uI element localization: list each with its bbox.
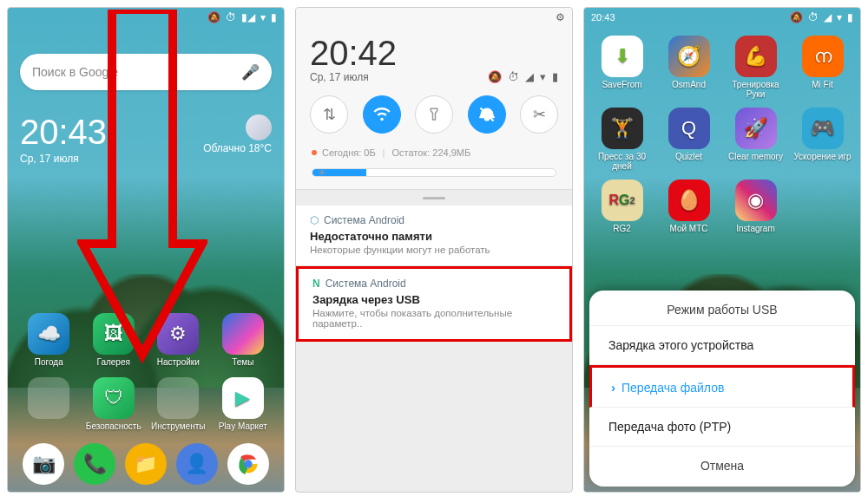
bell-off-icon: 🔕 (207, 11, 220, 23)
toggle-sound[interactable] (468, 95, 506, 134)
qs-toggles: ⇅ ✂ (296, 87, 572, 142)
app-folder[interactable] (20, 377, 78, 431)
battery-icon: ▮ (847, 11, 853, 23)
toggle-data[interactable]: ⇅ (310, 95, 348, 134)
usb-option-charge[interactable]: Зарядка этого устройства (589, 326, 855, 365)
app-rg2[interactable]: RG2RG2 (591, 180, 653, 241)
search-input[interactable]: Поиск в Google 🎤 (20, 54, 272, 90)
wifi-icon: ▾ (837, 11, 842, 23)
app-abs30[interactable]: 🏋Пресс за 30 дней (591, 108, 653, 171)
app-osmand[interactable]: 🧭OsmAnd (658, 36, 720, 99)
battery-icon: ▮ (271, 11, 277, 23)
app-grid: ⬇SaveFrom 🧭OsmAnd 💪Тренировка Руки നMi F… (584, 27, 860, 241)
status-bar: ⚙ (296, 8, 572, 27)
app-grid: ☁️Погода 🖼Галерея ⚙Настройки Темы 🛡Безоп… (20, 313, 272, 431)
clock-time: 20:43 (20, 114, 107, 149)
clock-icon: ⏱ (508, 70, 519, 83)
app-play-store[interactable]: ▶Play Маркет (214, 377, 273, 431)
clock-icon: ⏱ (226, 11, 236, 23)
app-settings[interactable]: ⚙Настройки (149, 313, 207, 367)
sheet-title: Режим работы USB (589, 303, 855, 326)
bell-off-icon: 🔕 (488, 70, 502, 83)
screen-usb-dialog: 20:43 🔕 ⏱ ◢ ▾ ▮ ⬇SaveFrom 🧭OsmAnd 💪Трени… (583, 7, 861, 493)
signal-icon: ▮◢ (241, 11, 255, 23)
app-mifit[interactable]: നMi Fit (792, 36, 853, 99)
qs-time: 20:42 (310, 36, 558, 70)
cloud-icon (246, 114, 272, 140)
toggle-wifi[interactable] (363, 95, 401, 134)
notification-usb[interactable]: NСистема Android Зарядка через USB Нажми… (296, 266, 572, 342)
usb-option-ptp[interactable]: Передача фото (PTP) (589, 408, 855, 447)
dock: 📷 📞 📁 👤 (18, 443, 273, 485)
app-security[interactable]: 🛡Безопасность (85, 377, 143, 431)
app-gallery[interactable]: 🖼Галерея (85, 313, 143, 367)
gear-icon[interactable]: ⚙ (556, 11, 565, 23)
dock-camera[interactable]: 📷 (23, 443, 64, 485)
app-clear-memory[interactable]: 🚀Clear memory (725, 108, 786, 171)
dock-explorer[interactable]: 📁 (125, 443, 167, 485)
qs-date: Ср, 17 июля (310, 71, 369, 83)
drag-handle[interactable] (296, 190, 572, 206)
screen-home: 🔕 ⏱ ▮◢ ▾ ▮ Поиск в Google 🎤 20:43 Ср, 17… (7, 7, 285, 493)
app-themes[interactable]: Темы (214, 313, 273, 367)
dock-contacts[interactable]: 👤 (176, 443, 218, 485)
dock-phone[interactable]: 📞 (74, 443, 115, 485)
usb-option-file-transfer[interactable]: Передача файлов (589, 365, 855, 408)
android-n-icon: N (312, 278, 320, 290)
app-my-mts[interactable]: 🥚Мой МТС (658, 180, 720, 241)
app-weather[interactable]: ☁️Погода (20, 313, 78, 367)
app-folder-tools[interactable]: Инструменты (149, 377, 207, 431)
qs-storage[interactable]: Сегодня: 0Б | Остаток: 224,9МБ (296, 142, 572, 168)
status-bar: 20:43 🔕 ⏱ ◢ ▾ ▮ (584, 8, 860, 27)
wifi-icon: ▾ (540, 70, 546, 83)
search-placeholder: Поиск в Google (32, 65, 118, 79)
weather-widget[interactable]: Облачно 18°С (203, 114, 272, 154)
android-icon: ⬡ (310, 214, 319, 226)
clock-widget[interactable]: 20:43 Ср, 17 июля Облачно 18°С (20, 114, 272, 165)
clock-date: Ср, 17 июля (20, 153, 107, 165)
clock-icon: ⏱ (808, 11, 819, 23)
signal-icon: ◢ (824, 11, 832, 23)
notification-memory[interactable]: ⬡Система Android Недостаточно памяти Нек… (296, 206, 572, 266)
screen-quicksettings: ⚙ 20:42 Ср, 17 июля 🔕 ⏱ ◢ ▾ ▮ ⇅ ✂ (295, 7, 573, 493)
app-instagram[interactable]: ◉Instagram (725, 180, 786, 241)
app-quizlet[interactable]: QQuizlet (658, 108, 720, 171)
signal-icon: ◢ (525, 70, 534, 83)
app-arm-workout[interactable]: 💪Тренировка Руки (725, 36, 786, 99)
wifi-icon: ▾ (260, 11, 266, 23)
brightness-slider[interactable]: ☀ (296, 168, 572, 190)
qs-header: 20:42 Ср, 17 июля 🔕 ⏱ ◢ ▾ ▮ (296, 27, 572, 87)
app-game-boost[interactable]: 🎮Ускорение игр (792, 108, 853, 171)
sheet-cancel[interactable]: Отмена (589, 447, 855, 481)
app-savefrom[interactable]: ⬇SaveFrom (591, 36, 653, 99)
mic-icon[interactable]: 🎤 (241, 63, 260, 82)
status-time: 20:43 (591, 12, 615, 23)
bell-off-icon: 🔕 (790, 11, 803, 23)
dot-icon (312, 150, 317, 155)
usb-mode-sheet: Режим работы USB Зарядка этого устройств… (589, 291, 855, 487)
sun-icon: ☀ (318, 167, 326, 179)
status-bar: 🔕 ⏱ ▮◢ ▾ ▮ (8, 8, 284, 26)
dock-chrome[interactable] (227, 443, 269, 485)
toggle-screenshot[interactable]: ✂ (520, 95, 558, 134)
toggle-flashlight[interactable] (415, 95, 453, 134)
battery-icon: ▮ (552, 70, 558, 83)
